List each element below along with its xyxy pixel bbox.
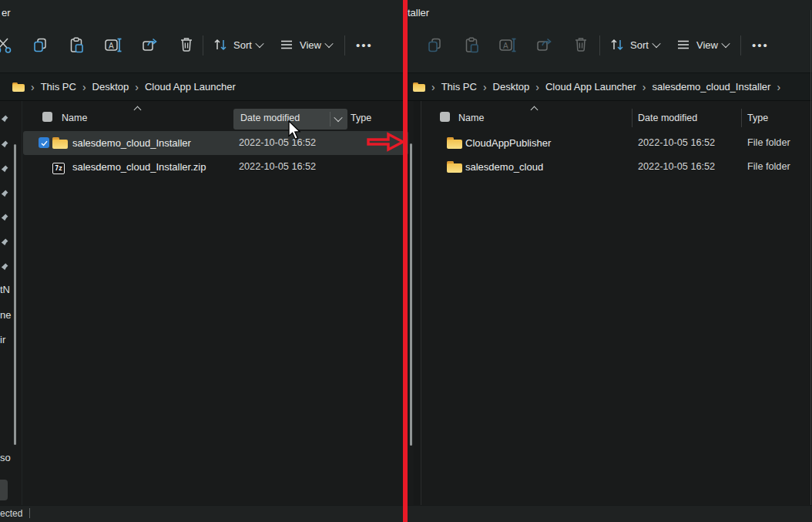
sort-ascending-icon — [134, 106, 142, 114]
chevron-down-icon — [721, 39, 730, 48]
file-name: CloudAppPublisher — [465, 131, 551, 155]
breadcrumb-chevron: › — [25, 82, 41, 93]
right-delete-button[interactable] — [567, 31, 595, 59]
pin-icon — [1, 112, 8, 120]
right-share-button[interactable] — [531, 31, 559, 59]
file-name: salesdemo_cloud_Installer — [72, 131, 191, 155]
folder-icon — [413, 83, 425, 92]
nav-item-fragment[interactable]: tN — [0, 284, 10, 295]
red-line-annotation — [403, 0, 408, 522]
row-checkbox-checked[interactable] — [39, 137, 49, 148]
file-date-modified: 2022-10-05 16:52 — [638, 155, 715, 179]
status-text: ected — [0, 508, 22, 519]
column-header-type[interactable]: Type — [351, 113, 371, 123]
right-more-options-button[interactable]: ••• — [749, 31, 772, 59]
column-divider[interactable] — [632, 109, 632, 127]
toolbar-separator — [203, 35, 203, 56]
left-rename-button[interactable]: A — [99, 31, 127, 59]
left-share-button[interactable] — [136, 31, 163, 59]
pin-icon — [1, 137, 8, 145]
toolbar-separator — [344, 35, 345, 56]
nav-item-fragment[interactable]: ir — [0, 334, 5, 345]
breadcrumb-chevron: › — [129, 82, 145, 93]
right-rename-button[interactable]: A — [494, 31, 522, 59]
right-sort-button[interactable]: Sort — [606, 31, 663, 59]
sort-label: Sort — [233, 39, 252, 51]
right-copy-button[interactable] — [421, 31, 448, 59]
pin-icon — [1, 260, 8, 268]
column-header-name[interactable]: Name — [62, 113, 87, 123]
window-gap — [414, 101, 421, 505]
file-name: salesdemo_cloud_Installer.zip — [72, 155, 206, 179]
folder-icon — [447, 161, 462, 173]
chevron-down-icon — [255, 39, 263, 48]
sort-ascending-icon — [531, 106, 539, 114]
column-header-name[interactable]: Name — [458, 113, 484, 123]
folder-icon — [12, 83, 25, 92]
breadcrumb-chevron: › — [636, 82, 653, 93]
select-all-checkbox[interactable] — [42, 112, 52, 122]
column-header-type[interactable]: Type — [747, 113, 768, 123]
file-name: salesdemo_cloud — [465, 155, 543, 179]
nav-scrollbar[interactable] — [14, 144, 16, 445]
breadcrumb-chevron: › — [477, 82, 493, 93]
chevron-down-icon — [324, 39, 333, 48]
nav-item-fragment[interactable]: ne — [0, 309, 11, 321]
breadcrumb: ›This PC›Desktop›Cloud App Launcher — [12, 74, 236, 99]
left-view-button[interactable]: View — [276, 31, 335, 59]
toolbar-separator — [599, 35, 600, 56]
nav-partial-button[interactable] — [0, 480, 8, 500]
breadcrumb-item[interactable]: This PC — [41, 81, 76, 93]
column-dropdown-icon[interactable] — [334, 113, 342, 122]
column-divider[interactable] — [741, 109, 742, 127]
nav-item-fragment[interactable]: so — [0, 452, 11, 463]
window-edge-divider — [421, 101, 421, 505]
file-date-modified: 2022-10-05 16:52 — [239, 155, 316, 179]
mouse-cursor — [288, 120, 302, 140]
left-delete-button[interactable] — [173, 31, 200, 59]
folder-icon — [447, 137, 462, 149]
file-row[interactable]: salesdemo_cloud2022-10-05 16:52File fold… — [428, 155, 810, 179]
breadcrumb-chevron: › — [770, 82, 787, 93]
breadcrumb-item[interactable]: Desktop — [92, 81, 129, 93]
sort-label: Sort — [630, 39, 649, 51]
left-cut-button[interactable] — [0, 31, 17, 59]
left-copy-button[interactable] — [26, 31, 54, 59]
breadcrumb-item[interactable]: Cloud App Launcher — [145, 81, 236, 93]
breadcrumb-item[interactable]: Cloud App Launcher — [545, 81, 636, 93]
chevron-down-icon — [652, 39, 660, 48]
svg-text:A: A — [503, 42, 508, 50]
pin-icon — [1, 235, 8, 243]
breadcrumb-chevron: › — [76, 82, 92, 93]
file-type: File folder — [747, 131, 790, 155]
right-window-title: taller — [408, 7, 429, 19]
file-date-modified: 2022-10-05 16:52 — [638, 131, 715, 155]
nav-pane-divider — [22, 101, 22, 505]
status-divider — [29, 508, 30, 518]
breadcrumb-item[interactable]: This PC — [441, 81, 477, 93]
breadcrumb-chevron: › — [425, 82, 441, 93]
view-label: View — [300, 39, 321, 51]
file-row[interactable]: CloudAppPublisher2022-10-05 16:52File fo… — [428, 131, 810, 155]
right-view-button[interactable]: View — [673, 31, 732, 59]
left-window-title: er — [2, 7, 11, 19]
right-paste-button[interactable] — [458, 31, 485, 59]
select-all-checkbox[interactable] — [440, 112, 450, 122]
pin-icon — [1, 210, 8, 218]
breadcrumb-item[interactable]: Desktop — [493, 81, 530, 93]
pin-icon — [1, 187, 8, 194]
breadcrumb-item[interactable]: salesdemo_cloud_Installer — [652, 81, 770, 93]
column-header-date-modified[interactable]: Date modified — [638, 113, 697, 123]
left-paste-button[interactable] — [62, 31, 90, 59]
view-label: View — [696, 39, 718, 51]
file-row[interactable]: salesdemo_cloud_Installer2022-10-05 16:5… — [23, 131, 408, 155]
list-scrollbar[interactable] — [410, 143, 412, 446]
left-more-options-button[interactable]: ••• — [353, 31, 376, 59]
pin-icon — [1, 162, 8, 170]
folder-icon — [52, 137, 68, 149]
file-row[interactable]: 7zsalesdemo_cloud_Installer.zip2022-10-0… — [23, 155, 408, 179]
svg-text:A: A — [109, 42, 114, 50]
left-sort-button[interactable]: Sort — [210, 31, 266, 59]
breadcrumb-chevron: › — [529, 82, 545, 93]
7zip-file-icon: 7z — [52, 163, 65, 174]
